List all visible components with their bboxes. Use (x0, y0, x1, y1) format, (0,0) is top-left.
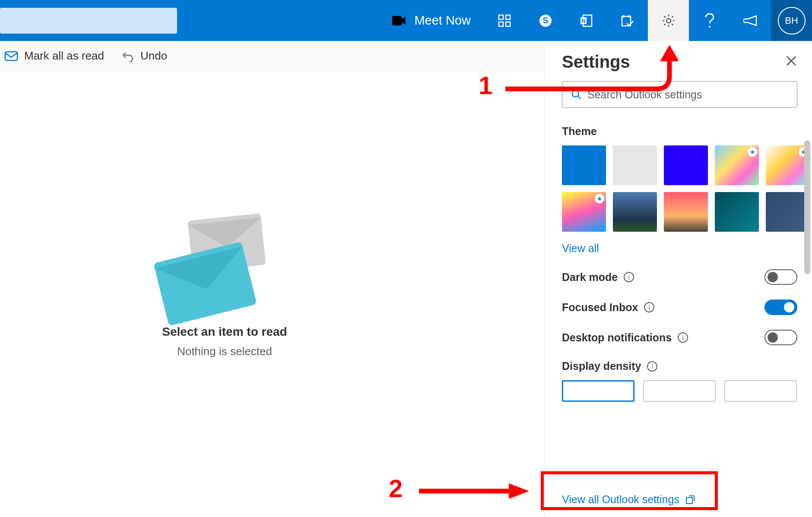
calendar-check-icon[interactable] (607, 0, 648, 41)
megaphone-icon[interactable] (730, 0, 771, 41)
info-icon[interactable]: i (678, 332, 688, 343)
annotation-step-1: 1 (479, 71, 492, 100)
svg-point-12 (709, 26, 710, 28)
annotation-step-2: 2 (389, 474, 403, 503)
focused-inbox-toggle[interactable] (764, 299, 797, 315)
info-icon[interactable]: i (644, 302, 654, 312)
meet-now-label: Meet Now (414, 13, 471, 28)
theme-grid (562, 145, 797, 232)
density-option[interactable] (562, 380, 634, 402)
undo-button[interactable]: Undo (121, 49, 167, 63)
dark-mode-label: Dark mode (562, 271, 618, 284)
density-option[interactable] (643, 380, 716, 402)
theme-label: Theme (562, 125, 797, 138)
theme-tile[interactable] (562, 145, 606, 185)
svg-marker-20 (509, 483, 529, 499)
premium-badge-icon (748, 147, 757, 157)
top-bar: Meet Now S N BH (0, 0, 812, 41)
close-button[interactable] (785, 54, 797, 70)
close-icon (785, 55, 797, 67)
premium-badge-icon (595, 194, 604, 203)
svg-point-11 (666, 19, 671, 23)
svg-rect-3 (499, 22, 503, 26)
settings-icon[interactable] (648, 0, 689, 41)
svg-text:N: N (581, 18, 585, 24)
meet-now-button[interactable]: Meet Now (392, 13, 484, 28)
skype-icon[interactable]: S (525, 0, 566, 41)
svg-rect-1 (499, 15, 503, 19)
display-density-label: Display density (562, 360, 641, 372)
info-icon[interactable]: i (624, 272, 634, 282)
info-icon[interactable]: i (647, 361, 657, 372)
settings-panel: Settings Theme View all Dark modei Focus… (544, 41, 812, 517)
avatar-initials: BH (778, 7, 806, 35)
help-icon[interactable] (689, 0, 730, 41)
theme-tile[interactable] (613, 145, 657, 185)
mark-all-read-label: Mark all as read (24, 49, 104, 63)
svg-rect-2 (506, 15, 510, 19)
theme-tile[interactable] (664, 145, 708, 185)
density-option[interactable] (724, 380, 797, 402)
desktop-notifications-toggle[interactable] (764, 330, 797, 345)
dark-mode-toggle[interactable] (764, 269, 797, 285)
video-icon (392, 16, 406, 26)
apps-icon[interactable] (484, 0, 525, 41)
view-all-themes-link[interactable]: View all (562, 242, 599, 255)
annotation-highlight-box (541, 471, 718, 510)
theme-tile[interactable] (562, 192, 606, 232)
envelope-icon (4, 51, 18, 61)
mark-all-read-button[interactable]: Mark all as read (4, 49, 104, 63)
desktop-notifications-label: Desktop notifications (562, 331, 672, 344)
theme-tile[interactable] (766, 145, 810, 185)
empty-state-title: Select an item to read (95, 325, 354, 338)
svg-rect-4 (506, 22, 510, 26)
empty-state-graphic (95, 212, 354, 316)
scrollbar[interactable] (804, 140, 810, 274)
svg-rect-0 (392, 16, 402, 25)
svg-marker-18 (660, 45, 678, 61)
display-density-options (562, 380, 797, 402)
undo-icon (121, 50, 134, 62)
avatar-button[interactable]: BH (771, 0, 812, 41)
empty-state: Select an item to read Nothing is select… (95, 212, 354, 358)
theme-tile[interactable] (715, 145, 759, 185)
svg-rect-13 (5, 52, 17, 60)
theme-tile[interactable] (664, 192, 708, 232)
theme-tile[interactable] (766, 192, 810, 232)
focused-inbox-label: Focused Inbox (562, 301, 638, 314)
theme-tile[interactable] (613, 192, 657, 232)
annotation-arrow-2 (419, 482, 531, 500)
svg-text:S: S (542, 16, 548, 25)
empty-state-subtitle: Nothing is selected (95, 344, 354, 358)
annotation-arrow-1 (501, 41, 678, 102)
onenote-icon[interactable]: N (566, 0, 607, 41)
search-input[interactable] (0, 8, 177, 34)
theme-tile[interactable] (715, 192, 759, 232)
undo-label: Undo (140, 49, 167, 63)
